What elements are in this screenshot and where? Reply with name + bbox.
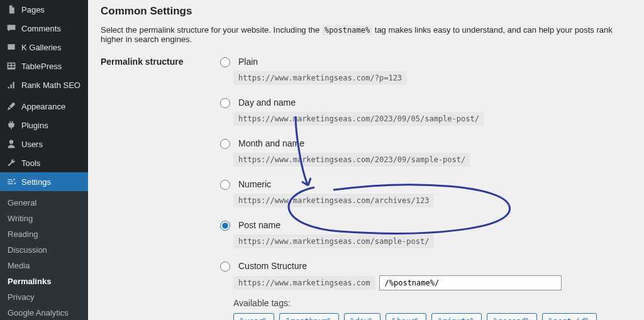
sidebar-item-label: Comments [21,24,61,33]
example-url: https://www.marketingseas.com/2023/09/05… [233,112,484,126]
postname-tag-chip: %postname% [322,25,372,35]
page-root: Pages Comments K Galleries TablePress Ra… [0,0,644,320]
sidebar-item-label: Tools [21,158,40,168]
chart-icon [6,80,17,90]
submenu-permalinks[interactable]: Permalinks [0,273,88,289]
submenu-google-analytics[interactable]: Google Analytics [0,305,88,320]
example-url: https://www.marketingseas.com/archives/1… [233,194,434,207]
option-post-name: Post name https://www.marketingseas.com/… [217,219,631,248]
tag-button-second[interactable]: %second% [487,313,537,320]
sidebar-item-pages[interactable]: Pages [0,0,88,19]
sidebar-item-appearance[interactable]: Appearance [0,97,88,116]
sidebar-item-tools[interactable]: Tools [0,153,88,172]
option-label: Custom Structure [238,261,307,271]
option-label: Plain [238,57,258,67]
sidebar-item-label: Settings [21,177,51,187]
option-label: Numeric [238,179,271,189]
sidebar-item-kgalleries[interactable]: K Galleries [0,38,88,57]
available-tags: %year%%monthnum%%day%%hour%%minute%%seco… [233,313,631,320]
option-custom: Custom Structure https://www.marketingse… [217,260,631,320]
option-label: Day and name [238,97,296,108]
radio-day-name[interactable] [220,98,230,108]
svg-point-0 [9,140,13,144]
tag-button-minute[interactable]: %minute% [431,313,482,320]
sidebar-item-label: K Galleries [21,43,62,52]
sidebar-item-label: Pages [21,5,45,14]
section-description: Select the permalink structure for your … [101,25,631,44]
main-content: Common Settings Select the permalink str… [88,0,644,320]
option-plain: Plain https://www.marketingseas.com/?p=1… [217,55,631,85]
radio-numeric[interactable] [220,180,230,190]
comments-icon [6,23,17,33]
sidebar-item-users[interactable]: Users [0,135,88,153]
submenu-general[interactable]: General [0,195,88,211]
gallery-icon [6,42,17,52]
option-numeric: Numeric https://www.marketingseas.com/ar… [217,178,631,207]
tag-button-post_id[interactable]: %post_id% [542,313,597,320]
brush-icon [6,101,17,111]
table-icon [6,61,17,71]
sidebar-item-label: Users [21,140,43,149]
custom-structure-input[interactable] [379,275,562,290]
submenu-media[interactable]: Media [0,258,88,273]
sidebar-item-plugins[interactable]: Plugins [0,116,88,135]
example-url: https://www.marketingseas.com/sample-pos… [233,234,434,248]
admin-sidebar: Pages Comments K Galleries TablePress Ra… [0,0,88,320]
sidebar-item-comments[interactable]: Comments [0,19,88,38]
sidebar-item-settings[interactable]: Settings [0,172,88,191]
sidebar-item-label: Appearance [21,102,65,111]
tag-button-hour[interactable]: %hour% [386,313,426,320]
radio-plain[interactable] [220,57,230,67]
option-day-name: Day and name https://www.marketingseas.c… [217,96,631,126]
submenu-writing[interactable]: Writing [0,211,88,226]
permalink-structure-label: Permalink structure [101,55,217,67]
sliders-icon [6,177,17,187]
tag-button-day[interactable]: %day% [344,313,380,320]
tag-button-year[interactable]: %year% [233,313,274,320]
section-title: Common Settings [101,5,631,18]
user-icon [6,139,17,149]
pages-icon [6,4,17,14]
example-url: https://www.marketingseas.com/2023/09/sa… [233,153,470,167]
sidebar-item-label: TablePress [21,62,62,71]
sidebar-item-label: Plugins [21,121,48,130]
radio-post-name[interactable] [220,221,230,231]
submenu-privacy[interactable]: Privacy [0,289,88,305]
radio-month-name[interactable] [220,139,230,149]
option-month-name: Month and name https://www.marketingseas… [217,137,631,167]
custom-base: https://www.marketingseas.com [233,276,375,290]
tag-button-monthnum[interactable]: %monthnum% [279,313,338,320]
wrench-icon [6,158,17,168]
submenu-discussion[interactable]: Discussion [0,242,88,258]
sidebar-item-label: Rank Math SEO [21,80,80,90]
example-url: https://www.marketingseas.com/?p=123 [233,71,407,85]
settings-submenu: General Writing Reading Discussion Media… [0,191,88,320]
option-label: Month and name [238,138,304,148]
radio-custom[interactable] [220,262,230,272]
sidebar-item-tablepress[interactable]: TablePress [0,57,88,75]
available-tags-label: Available tags: [233,298,631,308]
option-label: Post name [238,220,280,230]
permalink-structure-row: Permalink structure Plain https://www.ma… [101,55,631,320]
submenu-reading[interactable]: Reading [0,226,88,242]
plug-icon [6,120,17,130]
sidebar-item-rankmath[interactable]: Rank Math SEO [0,75,88,94]
permalink-options: Plain https://www.marketingseas.com/?p=1… [217,55,631,320]
